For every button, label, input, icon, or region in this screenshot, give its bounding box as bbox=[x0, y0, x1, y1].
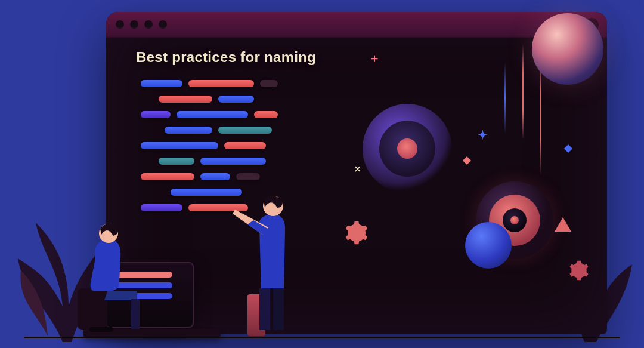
planet-decoration bbox=[532, 13, 603, 85]
illustration-stage: Best practices for naming ＋ bbox=[0, 0, 644, 348]
accent-line bbox=[522, 44, 524, 140]
window-titlebar bbox=[106, 12, 607, 38]
floor-line bbox=[24, 337, 620, 338]
svg-rect-3 bbox=[89, 327, 113, 332]
triangle-icon bbox=[555, 217, 571, 232]
accent-line bbox=[504, 62, 506, 134]
sphere-decoration bbox=[465, 222, 512, 269]
diamond-icon bbox=[463, 156, 471, 165]
concentric-shape bbox=[363, 104, 452, 193]
svg-rect-5 bbox=[131, 299, 140, 329]
person-standing bbox=[227, 181, 310, 336]
close-icon: ✕ bbox=[354, 164, 361, 175]
window-controls bbox=[116, 20, 167, 29]
plus-icon: ✦ bbox=[478, 128, 488, 142]
svg-rect-6 bbox=[259, 288, 270, 330]
window-dot[interactable] bbox=[144, 20, 153, 29]
page-title: Best practices for naming bbox=[136, 49, 316, 66]
accent-line bbox=[540, 56, 541, 175]
person-seated bbox=[72, 217, 167, 336]
gear-icon bbox=[345, 221, 369, 245]
svg-rect-2 bbox=[78, 288, 107, 330]
plus-icon: ＋ bbox=[369, 50, 380, 66]
diamond-icon bbox=[564, 144, 572, 153]
window-dot[interactable] bbox=[159, 20, 167, 29]
window-dot[interactable] bbox=[116, 20, 124, 29]
svg-rect-7 bbox=[273, 288, 284, 330]
gear-icon bbox=[569, 260, 589, 281]
window-dot[interactable] bbox=[130, 20, 138, 29]
